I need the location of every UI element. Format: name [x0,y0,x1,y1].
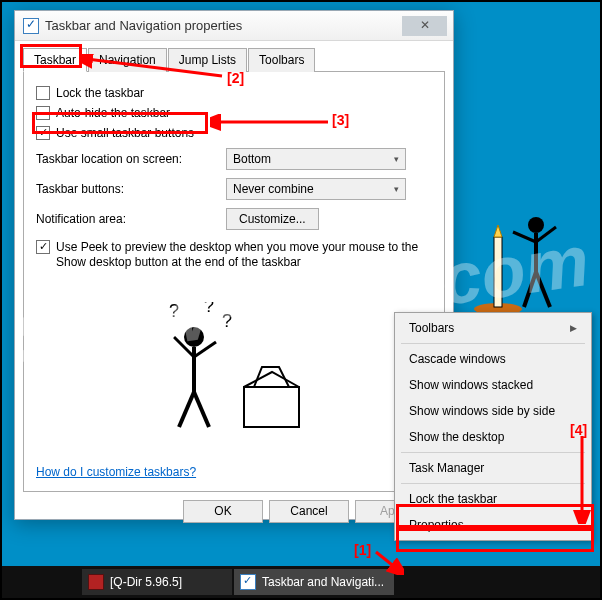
close-icon[interactable]: ✕ [402,16,447,36]
ok-button[interactable]: OK [183,500,263,523]
checkbox-small-buttons-label: Use small taskbar buttons [56,126,194,140]
ctx-properties[interactable]: Properties [397,512,589,538]
tab-navigation[interactable]: Navigation [88,48,167,72]
svg-text:?: ? [222,311,232,331]
ctx-sidebyside[interactable]: Show windows side by side [397,398,589,424]
tab-panel: Lock the taskbar Auto-hide the taskbar U… [23,72,445,492]
location-value: Bottom [233,152,271,166]
svg-text:?: ? [204,302,214,316]
titlebar[interactable]: Taskbar and Navigation properties ✕ [15,11,453,41]
svg-text:?: ? [169,302,179,321]
cancel-button[interactable]: Cancel [269,500,349,523]
annotation-1: [1] [354,542,371,558]
chevron-right-icon: ▶ [570,323,577,333]
location-select[interactable]: Bottom ▾ [226,148,406,170]
chevron-down-icon: ▾ [394,154,399,164]
customize-button[interactable]: Customize... [226,208,319,230]
ctx-toolbars[interactable]: Toolbars ▶ [397,315,589,341]
dialog-body: Taskbar Navigation Jump Lists Toolbars L… [15,41,453,531]
taskbar-item-label: Taskbar and Navigati... [262,575,384,589]
dialog-icon [23,18,39,34]
tab-jumplists[interactable]: Jump Lists [168,48,247,72]
ctx-stacked[interactable]: Show windows stacked [397,372,589,398]
dialog-title: Taskbar and Navigation properties [45,18,402,33]
buttons-label: Taskbar buttons: [36,182,226,196]
dialog-button-row: OK Cancel Apply [23,492,445,523]
checkbox-peek[interactable] [36,240,50,254]
taskbar-item-label: [Q-Dir 5.96.5] [110,575,182,589]
svg-rect-18 [244,387,299,427]
ctx-separator [401,343,585,344]
checkbox-small-buttons[interactable] [36,126,50,140]
properties-dialog: Taskbar and Navigation properties ✕ Task… [14,10,454,520]
svg-line-14 [194,392,209,427]
svg-marker-2 [494,225,502,237]
svg-line-13 [179,392,194,427]
chevron-down-icon: ▾ [394,184,399,194]
svg-line-7 [524,272,536,307]
svg-point-3 [528,217,544,233]
ctx-taskmanager[interactable]: Task Manager [397,455,589,481]
taskbar-item-properties[interactable]: Taskbar and Navigati... [234,569,394,595]
buttons-select[interactable]: Never combine ▾ [226,178,406,200]
qdir-icon [88,574,104,590]
ctx-separator [401,452,585,453]
svg-line-5 [513,232,536,242]
checkbox-lock-label: Lock the taskbar [56,86,144,100]
taskbar-item-qdir[interactable]: [Q-Dir 5.96.5] [82,569,232,595]
buttons-value: Never combine [233,182,314,196]
svg-rect-1 [494,237,502,307]
tab-toolbars[interactable]: Toolbars [248,48,315,72]
tab-taskbar[interactable]: Taskbar [23,48,87,72]
checkbox-autohide[interactable] [36,106,50,120]
checkbox-lock[interactable] [36,86,50,100]
ctx-showdesktop[interactable]: Show the desktop [397,424,589,450]
svg-point-9 [184,327,204,347]
tab-strip: Taskbar Navigation Jump Lists Toolbars [23,47,445,72]
candle-illustration [458,177,578,317]
help-link[interactable]: How do I customize taskbars? [36,465,196,479]
properties-icon [240,574,256,590]
taskbar-context-menu: Toolbars ▶ Cascade windows Show windows … [394,312,592,541]
ctx-separator [401,483,585,484]
checkbox-autohide-label: Auto-hide the taskbar [56,106,170,120]
ctx-label: Toolbars [409,321,454,335]
ctx-lock-taskbar[interactable]: Lock the taskbar [397,486,589,512]
checkbox-peek-label: Use Peek to preview the desktop when you… [56,240,432,270]
windows-taskbar[interactable]: [Q-Dir 5.96.5] Taskbar and Navigati... [2,566,600,598]
location-label: Taskbar location on screen: [36,152,226,166]
ctx-cascade[interactable]: Cascade windows [397,346,589,372]
confused-illustration: ? ? ? [144,302,324,442]
notif-label: Notification area: [36,212,226,226]
svg-line-8 [536,272,550,307]
